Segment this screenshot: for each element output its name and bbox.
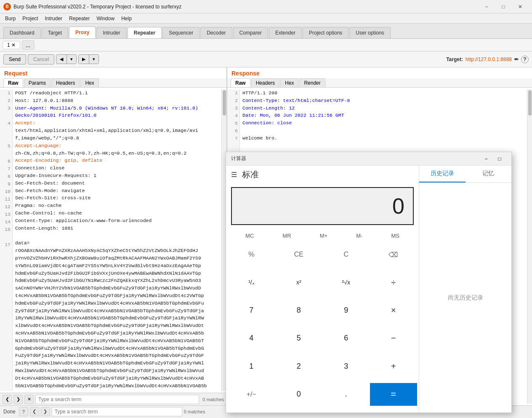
menu-burp[interactable]: Burp bbox=[2, 15, 19, 22]
nav-back-dropdown[interactable]: ▾ bbox=[67, 55, 76, 64]
tab-sequencer[interactable]: Sequencer bbox=[162, 27, 200, 38]
send-button[interactable]: Send bbox=[3, 54, 26, 64]
calculator-window: 计算器 − □ ☰ 标准 0 MC MR M+ M- MS % bbox=[226, 152, 512, 413]
response-tab-render[interactable]: Render bbox=[299, 78, 325, 87]
menubar: Burp Project Intruder Repeater Window He… bbox=[0, 13, 532, 24]
tab-comparer[interactable]: Comparer bbox=[233, 27, 268, 38]
response-tabs: Raw Headers Hex Render bbox=[227, 78, 532, 88]
calc-divide-button[interactable]: ÷ bbox=[370, 271, 418, 294]
target-info: Target: http://127.0.0.1:8888 ✏ ? bbox=[446, 56, 529, 63]
response-tab-headers[interactable]: Headers bbox=[251, 78, 279, 87]
nav-forward-group: ▶ ▾ bbox=[78, 54, 99, 64]
tab-project-options[interactable]: Project options bbox=[303, 27, 348, 38]
tab-proxy[interactable]: Proxy bbox=[69, 27, 96, 38]
minimize-button[interactable]: − bbox=[478, 0, 495, 13]
calc-9-button[interactable]: 9 bbox=[322, 299, 370, 322]
menu-repeater[interactable]: Repeater bbox=[66, 15, 93, 22]
calc-memory-tab[interactable]: 记忆 bbox=[466, 166, 512, 182]
nav-forward-button[interactable]: ▶ bbox=[79, 55, 89, 64]
status-help-icon[interactable]: ? bbox=[19, 407, 28, 416]
calc-7-button[interactable]: 7 bbox=[228, 299, 275, 322]
tab-target[interactable]: Target bbox=[42, 27, 68, 38]
calc-display-value: 0 bbox=[392, 193, 404, 219]
request-tab-headers[interactable]: Headers bbox=[51, 78, 80, 87]
subtab-1[interactable]: 1 ✕ bbox=[3, 41, 20, 49]
search-prev-button[interactable]: ❮ bbox=[3, 395, 12, 404]
maximize-button[interactable]: □ bbox=[495, 0, 512, 13]
calc-plus-button[interactable]: + bbox=[370, 355, 418, 378]
calc-mc-button[interactable]: MC bbox=[242, 231, 257, 241]
status-nav-back[interactable]: ❮ bbox=[30, 407, 39, 416]
status-search-input[interactable] bbox=[52, 407, 182, 416]
calc-backspace-button[interactable]: ⌫ bbox=[370, 243, 418, 266]
calc-header: ☰ 标准 bbox=[226, 166, 419, 184]
calc-5-button[interactable]: 5 bbox=[275, 327, 323, 350]
edit-target-icon[interactable]: ✏ bbox=[514, 56, 519, 62]
calc-ms-button[interactable]: MS bbox=[388, 231, 403, 241]
nav-back-button[interactable]: ◀ bbox=[56, 55, 67, 64]
response-tab-raw[interactable]: Raw bbox=[231, 78, 250, 87]
calc-2-button[interactable]: 2 bbox=[275, 355, 323, 378]
target-label: Target: bbox=[446, 56, 463, 62]
tab-dashboard[interactable]: Dashboard bbox=[3, 27, 41, 38]
titlebar: B Burp Suite Professional v2020.2 - Temp… bbox=[0, 0, 532, 13]
menu-help[interactable]: Help bbox=[118, 15, 135, 22]
calc-square-button[interactable]: x² bbox=[275, 271, 323, 294]
cancel-button[interactable]: Cancel bbox=[28, 54, 54, 64]
calc-body: ☰ 标准 0 MC MR M+ M- MS % CE C ⌫ ¹/ₓ bbox=[226, 166, 511, 413]
calc-percent-button[interactable]: % bbox=[228, 243, 275, 266]
calc-0-button[interactable]: 0 bbox=[275, 383, 323, 406]
search-input[interactable] bbox=[35, 395, 199, 404]
search-next-button[interactable]: ❯ bbox=[13, 395, 23, 404]
response-scrollbar[interactable] bbox=[527, 89, 532, 404]
calc-memory-row: MC MR M+ M- MS bbox=[226, 228, 419, 243]
help-icon[interactable]: ? bbox=[521, 56, 529, 63]
calc-equals-button[interactable]: = bbox=[370, 383, 418, 406]
calc-maximize-button[interactable]: □ bbox=[493, 154, 506, 164]
menu-project[interactable]: Project bbox=[19, 15, 41, 22]
tab-user-options[interactable]: User options bbox=[349, 27, 390, 38]
app-icon: B bbox=[3, 3, 11, 11]
calc-4-button[interactable]: 4 bbox=[228, 327, 275, 350]
calc-6-button[interactable]: 6 bbox=[322, 327, 370, 350]
calc-menu-icon[interactable]: ☰ bbox=[231, 171, 237, 179]
tab-decoder[interactable]: Decoder bbox=[200, 27, 232, 38]
calc-ce-button[interactable]: CE bbox=[275, 243, 323, 266]
calc-1-button[interactable]: 1 bbox=[228, 355, 275, 378]
calc-decimal-button[interactable]: . bbox=[322, 383, 370, 406]
calc-history-tab[interactable]: 历史记录 bbox=[419, 166, 466, 182]
subtab-dots[interactable]: ... bbox=[22, 40, 35, 50]
calc-multiply-button[interactable]: × bbox=[370, 299, 418, 322]
close-button[interactable]: ✕ bbox=[512, 0, 529, 13]
calc-title: 计算器 bbox=[231, 155, 479, 162]
calc-minus-button[interactable]: − bbox=[370, 327, 418, 350]
menu-intruder[interactable]: Intruder bbox=[42, 15, 66, 22]
calc-history-content: 尚无历史记录 bbox=[419, 183, 511, 413]
toolbar: Send Cancel ◀ ▾ ▶ ▾ Target: http://127.0… bbox=[0, 51, 532, 67]
request-title: Request bbox=[0, 67, 226, 78]
calc-inverse-button[interactable]: ¹/ₓ bbox=[228, 271, 275, 294]
calc-mplus-button[interactable]: M+ bbox=[317, 231, 331, 241]
calc-mminus-button[interactable]: M- bbox=[353, 231, 366, 241]
menu-window[interactable]: Window bbox=[93, 15, 118, 22]
tab-intruder[interactable]: Intruder bbox=[96, 27, 126, 38]
request-tab-raw[interactable]: Raw bbox=[3, 78, 23, 87]
calc-mr-button[interactable]: MR bbox=[279, 231, 294, 241]
calc-mode-label: 标准 bbox=[242, 169, 259, 180]
calc-minimize-button[interactable]: − bbox=[479, 154, 493, 164]
request-tab-params[interactable]: Params bbox=[24, 78, 51, 87]
calc-8-button[interactable]: 8 bbox=[275, 299, 323, 322]
response-tab-hex[interactable]: Hex bbox=[280, 78, 298, 87]
nav-forward-dropdown[interactable]: ▾ bbox=[89, 55, 98, 64]
calc-c-button[interactable]: C bbox=[322, 243, 370, 266]
search-close-button[interactable]: ✕ bbox=[24, 395, 34, 404]
calc-sqrt-button[interactable]: ²√x bbox=[322, 271, 370, 294]
calc-negate-button[interactable]: +/− bbox=[228, 383, 275, 406]
calc-3-button[interactable]: 3 bbox=[322, 355, 370, 378]
status-nav-forward[interactable]: ❯ bbox=[41, 407, 50, 416]
request-code-content[interactable]: POST /readobject HTTP/1.1 Host: 127.0.0.… bbox=[13, 89, 221, 391]
request-tab-hex[interactable]: Hex bbox=[80, 78, 98, 87]
calc-titlebar: 计算器 − □ bbox=[226, 152, 511, 166]
tab-extender[interactable]: Extender bbox=[269, 27, 302, 38]
tab-repeater[interactable]: Repeater bbox=[128, 27, 162, 38]
